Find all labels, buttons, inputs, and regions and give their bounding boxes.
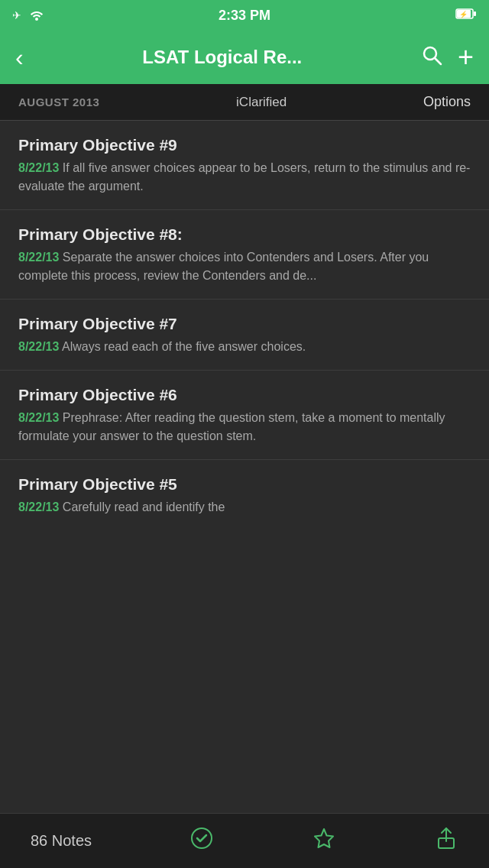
note-preview: 8/22/13 Carefully read and identify the: [18, 498, 471, 517]
note-date: 8/22/13: [18, 500, 59, 513]
note-title: Primary Objective #7: [18, 315, 471, 333]
note-item[interactable]: Primary Objective #78/22/13 Always read …: [0, 300, 489, 371]
back-button[interactable]: ‹: [15, 45, 24, 70]
sub-header-date: AUGUST 2013: [18, 96, 99, 108]
nav-bar: ‹ LSAT Logical Re... +: [0, 31, 489, 84]
sub-header: AUGUST 2013 iClarified Options: [0, 84, 489, 121]
status-bar-left: ✈: [12, 8, 44, 23]
options-button[interactable]: Options: [423, 94, 471, 110]
nav-title: LSAT Logical Re...: [24, 47, 421, 68]
note-date: 8/22/13: [18, 161, 59, 174]
status-bar: ✈ 2:33 PM ⚡: [0, 0, 489, 31]
note-date: 8/22/13: [18, 411, 59, 424]
note-item[interactable]: Primary Objective #8:8/22/13 Separate th…: [0, 210, 489, 300]
wifi-icon: [29, 8, 44, 23]
battery-icon: ⚡: [455, 8, 477, 23]
star-icon[interactable]: [312, 826, 336, 856]
svg-marker-7: [315, 829, 333, 847]
note-date: 8/22/13: [18, 251, 59, 264]
add-button[interactable]: +: [458, 44, 474, 71]
share-icon[interactable]: [434, 826, 458, 856]
notes-count: 86 Notes: [31, 832, 92, 850]
note-preview: 8/22/13 Prephrase: After reading the que…: [18, 409, 471, 445]
note-title: Primary Objective #9: [18, 136, 471, 154]
status-time: 2:33 PM: [219, 8, 270, 24]
note-preview: 8/22/13 Separate the answer choices into…: [18, 248, 471, 285]
svg-line-5: [435, 58, 441, 64]
svg-rect-1: [474, 11, 476, 16]
notes-list: Primary Objective #98/22/13 If all five …: [0, 121, 489, 813]
svg-text:⚡: ⚡: [459, 10, 468, 19]
note-item[interactable]: Primary Objective #68/22/13 Prephrase: A…: [0, 371, 489, 460]
svg-point-6: [192, 828, 212, 848]
note-preview: 8/22/13 If all five answer choices appea…: [18, 159, 471, 196]
note-preview: 8/22/13 Always read each of the five ans…: [18, 338, 471, 356]
status-bar-right: ⚡: [455, 8, 477, 23]
note-date: 8/22/13: [18, 340, 59, 353]
reminder-icon[interactable]: [189, 826, 214, 856]
note-title: Primary Objective #6: [18, 386, 471, 404]
bottom-tab-bar: 86 Notes: [0, 813, 489, 868]
note-item[interactable]: Primary Objective #98/22/13 If all five …: [0, 121, 489, 210]
note-title: Primary Objective #5: [18, 475, 471, 494]
note-title: Primary Objective #8:: [18, 225, 471, 244]
note-item[interactable]: Primary Objective #58/22/13 Carefully re…: [0, 460, 489, 530]
search-button[interactable]: [421, 44, 442, 71]
airplane-icon: ✈: [12, 9, 21, 21]
sub-header-brand: iClarified: [236, 95, 287, 110]
